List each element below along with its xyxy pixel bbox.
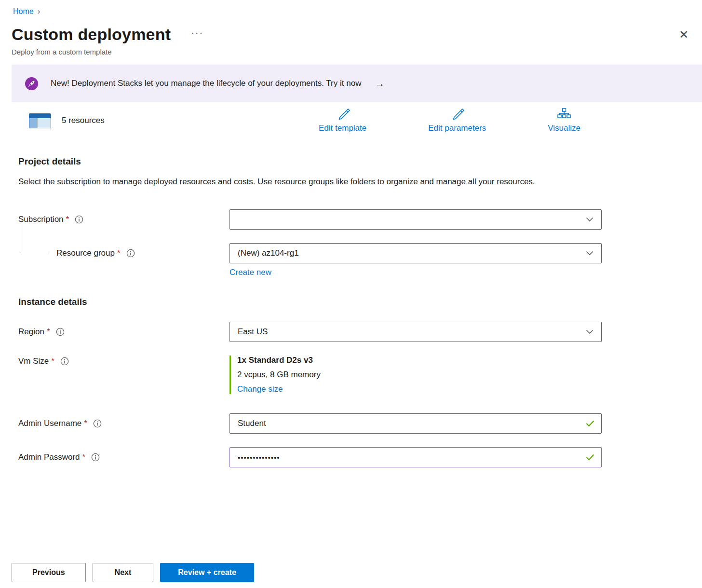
- chevron-down-icon: [586, 215, 594, 224]
- page-title: Custom deployment: [12, 25, 171, 44]
- subscription-dropdown[interactable]: [230, 209, 602, 230]
- template-icon: [29, 113, 51, 128]
- info-icon[interactable]: [126, 249, 135, 258]
- visualize-button[interactable]: Visualize: [548, 108, 580, 133]
- chevron-down-icon: [586, 249, 594, 258]
- edit-template-button[interactable]: Edit template: [319, 108, 366, 133]
- rocket-icon: [25, 77, 38, 90]
- required-marker: *: [117, 248, 121, 258]
- banner-text: New! Deployment Stacks let you manage th…: [51, 79, 361, 88]
- chevron-down-icon: [586, 328, 594, 336]
- edit-template-label: Edit template: [319, 123, 366, 133]
- admin-password-label-group: Admin Password *: [18, 447, 230, 467]
- instance-details-heading: Instance details: [18, 297, 702, 307]
- vm-size-label-group: Vm Size *: [18, 356, 230, 366]
- deployment-form: Subscription *: [18, 209, 702, 467]
- region-value: East US: [238, 327, 268, 337]
- resource-count-label: 5 resources: [62, 116, 105, 125]
- template-bar: 5 resources Edit template: [12, 108, 702, 133]
- required-marker: *: [47, 327, 50, 337]
- project-details-description: Select the subscription to manage deploy…: [18, 176, 578, 188]
- deployment-stacks-banner[interactable]: New! Deployment Stacks let you manage th…: [12, 65, 702, 102]
- custom-deployment-page: Home › Custom deployment ··· ✕ Deploy fr…: [0, 0, 702, 467]
- more-options-icon[interactable]: ···: [191, 27, 203, 38]
- template-actions: Edit template Edit parameters: [319, 108, 580, 133]
- resource-group-row: Resource group * (New) az104-rg1: [18, 243, 702, 277]
- page-subtitle: Deploy from a custom template: [0, 44, 702, 56]
- admin-password-label: Admin Password: [18, 452, 80, 462]
- admin-password-input[interactable]: [230, 447, 602, 467]
- page-header: Custom deployment ··· ✕: [0, 16, 702, 44]
- subscription-label-group: Subscription *: [18, 209, 230, 230]
- visualize-label: Visualize: [548, 123, 580, 133]
- previous-button[interactable]: Previous: [12, 563, 86, 582]
- sitemap-icon: [557, 108, 571, 123]
- info-icon[interactable]: [75, 215, 83, 224]
- subscription-label: Subscription: [18, 215, 64, 224]
- vm-size-specs: 2 vcpus, 8 GB memory: [237, 370, 602, 380]
- breadcrumb: Home ›: [0, 5, 702, 16]
- admin-username-row: Admin Username *: [18, 413, 702, 434]
- breadcrumb-separator-icon: ›: [38, 7, 40, 16]
- next-button[interactable]: Next: [93, 563, 154, 582]
- vm-size-label: Vm Size: [18, 356, 49, 366]
- admin-username-input[interactable]: [230, 413, 602, 434]
- subscription-row: Subscription *: [18, 209, 702, 230]
- template-summary: 5 resources: [29, 113, 105, 128]
- vm-size-summary: 1x Standard D2s v3 2 vcpus, 8 GB memory …: [230, 356, 602, 394]
- info-icon[interactable]: [93, 419, 102, 428]
- required-marker: *: [66, 215, 69, 224]
- arrow-right-icon[interactable]: →: [375, 78, 384, 89]
- region-row: Region * East US: [18, 322, 702, 342]
- resource-group-label: Resource group: [56, 248, 115, 258]
- required-marker: *: [51, 356, 54, 366]
- required-marker: *: [84, 419, 87, 428]
- resource-group-dropdown[interactable]: (New) az104-rg1: [230, 243, 602, 263]
- resource-group-label-group: Resource group *: [18, 243, 230, 263]
- region-label: Region: [18, 327, 44, 337]
- vm-size-row: Vm Size * 1x Standard D2s v3 2 vcpus, 8 …: [18, 356, 702, 394]
- pencil-icon: [336, 108, 350, 123]
- edit-parameters-button[interactable]: Edit parameters: [428, 108, 486, 133]
- valid-check-icon: [586, 420, 594, 429]
- required-marker: *: [82, 452, 86, 462]
- valid-check-icon: [586, 454, 594, 463]
- info-icon[interactable]: [91, 453, 100, 462]
- project-details-heading: Project details: [18, 156, 690, 167]
- vm-size-selection: 1x Standard D2s v3: [237, 356, 602, 365]
- edit-parameters-label: Edit parameters: [428, 123, 486, 133]
- review-create-button[interactable]: Review + create: [160, 563, 254, 582]
- wizard-footer: Previous Next Review + create: [12, 563, 254, 582]
- admin-password-row: Admin Password *: [18, 447, 702, 467]
- admin-username-label: Admin Username: [18, 419, 81, 428]
- region-label-group: Region *: [18, 322, 230, 342]
- region-dropdown[interactable]: East US: [230, 322, 602, 342]
- close-icon[interactable]: ✕: [675, 28, 692, 41]
- breadcrumb-home-link[interactable]: Home: [13, 7, 34, 16]
- resource-group-value: (New) az104-rg1: [238, 248, 299, 258]
- admin-username-label-group: Admin Username *: [18, 413, 230, 434]
- info-icon[interactable]: [60, 357, 69, 366]
- create-new-link[interactable]: Create new: [230, 268, 271, 277]
- info-icon[interactable]: [56, 328, 65, 336]
- change-size-link[interactable]: Change size: [237, 384, 283, 394]
- pencil-icon: [450, 108, 464, 123]
